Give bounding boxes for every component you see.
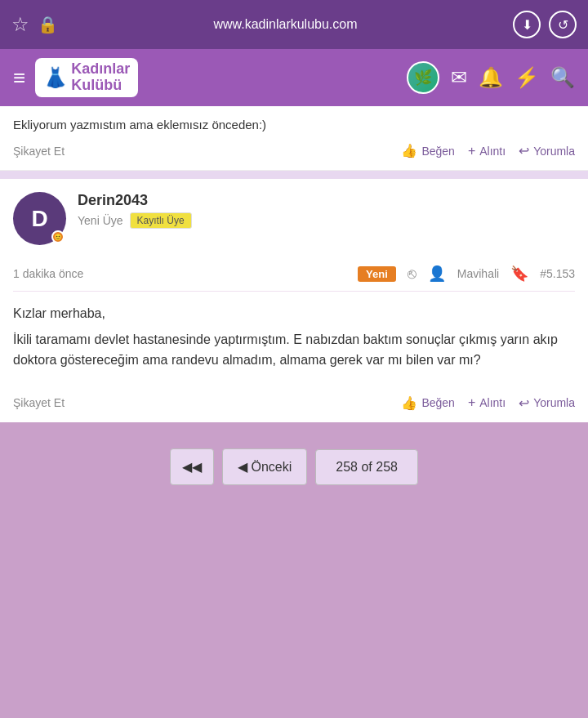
download-icon[interactable]: ⬇ bbox=[513, 11, 541, 38]
content-area: Ekliyorum yazmıstım ama eklemısız öncede… bbox=[0, 106, 588, 422]
author-avatar: D 😊 bbox=[13, 192, 66, 245]
browser-bar: ☆ 🔒 www.kadinlarkulubu.com ⬇ ↺ bbox=[0, 0, 588, 49]
header-right: 🌿 ✉ 🔔 ⚡ 🔍 bbox=[407, 61, 575, 94]
post-body-line1: Kızlar merhaba, bbox=[13, 303, 575, 324]
site-header: ≡ 👗 Kadınlar Kulübü 🌿 ✉ 🔔 ⚡ 🔍 bbox=[0, 49, 588, 106]
previous-post-text: Ekliyorum yazmıstım ama eklemısız öncede… bbox=[13, 118, 575, 132]
post-time: 1 dakika önce bbox=[13, 267, 83, 280]
hamburger-menu-icon[interactable]: ≡ bbox=[13, 65, 25, 91]
refresh-icon[interactable]: ↺ bbox=[549, 11, 577, 38]
new-badge: Yeni bbox=[358, 266, 396, 282]
main-like-label: Beğen bbox=[421, 396, 454, 409]
main-reply-icon: ↩ bbox=[519, 395, 529, 411]
user-badge: Kayıtlı Üye bbox=[130, 212, 192, 229]
channel-tag[interactable]: Mavihali bbox=[457, 267, 499, 280]
first-page-button[interactable]: ◀◀ bbox=[170, 448, 214, 485]
post-meta-bar: 1 dakika önce Yeni ⎋ 👤 Mavihali 🔖 #5.153 bbox=[13, 256, 575, 292]
post-number: #5.153 bbox=[540, 267, 575, 280]
url-text: www.kadinlarkulubu.com bbox=[213, 17, 357, 32]
quote-icon: + bbox=[468, 144, 475, 158]
logo-text-bottom: Kulübü bbox=[71, 78, 130, 94]
main-reply-button[interactable]: ↩ Yorumla bbox=[519, 395, 575, 411]
avatar[interactable]: 🌿 bbox=[407, 61, 439, 94]
lock-icon: 🔒 bbox=[38, 15, 58, 34]
previous-post: Ekliyorum yazmıstım ama eklemısız öncede… bbox=[0, 106, 588, 171]
bell-icon[interactable]: 🔔 bbox=[479, 66, 503, 89]
user-info: Derin2043 Yeni Üye Kayıtlı Üye bbox=[78, 192, 575, 229]
post-divider bbox=[0, 171, 588, 179]
logo-text-top: Kadınlar bbox=[71, 61, 130, 78]
logo-icon: 👗 bbox=[43, 66, 68, 89]
share-icon[interactable]: ⎋ bbox=[408, 265, 416, 283]
reply-icon: ↩ bbox=[519, 143, 529, 158]
quote-button[interactable]: + Alıntı bbox=[468, 144, 506, 158]
bolt-icon[interactable]: ⚡ bbox=[514, 66, 539, 89]
url-bar[interactable]: www.kadinlarkulubu.com bbox=[58, 17, 513, 32]
post-body: Kızlar merhaba, İkili taramamı devlet ha… bbox=[13, 303, 575, 387]
action-buttons: 👍 Beğen + Alıntı ↩ Yorumla bbox=[401, 143, 575, 158]
user-meta: Yeni Üye Kayıtlı Üye bbox=[78, 212, 575, 229]
page-indicator: 258 of 258 bbox=[315, 449, 418, 485]
meta-icons: Yeni ⎋ 👤 Mavihali 🔖 #5.153 bbox=[358, 265, 575, 283]
user-icon[interactable]: 👤 bbox=[428, 265, 446, 283]
author-initial: D bbox=[31, 206, 47, 232]
main-post-actions: Şikayet Et 👍 Beğen + Alıntı ↩ Yorumla bbox=[13, 387, 575, 422]
post-body-line2: İkili taramamı devlet hastanesinde yaptı… bbox=[13, 329, 575, 371]
report-link[interactable]: Şikayet Et bbox=[13, 145, 65, 158]
header-left: ≡ 👗 Kadınlar Kulübü bbox=[13, 58, 138, 97]
post-header: D 😊 Derin2043 Yeni Üye Kayıtlı Üye bbox=[13, 192, 575, 245]
like-label: Beğen bbox=[421, 145, 454, 158]
previous-post-actions: Şikayet Et 👍 Beğen + Alıntı ↩ Yorumla bbox=[13, 143, 575, 158]
browser-controls: ⬇ ↺ bbox=[513, 11, 577, 38]
prev-page-button[interactable]: ◀ Önceki bbox=[222, 448, 307, 485]
site-logo[interactable]: 👗 Kadınlar Kulübü bbox=[35, 58, 138, 97]
main-quote-button[interactable]: + Alıntı bbox=[468, 395, 506, 410]
main-reply-label: Yorumla bbox=[533, 396, 575, 409]
reply-button[interactable]: ↩ Yorumla bbox=[519, 143, 575, 158]
main-like-icon: 👍 bbox=[401, 395, 417, 411]
quote-label: Alıntı bbox=[479, 145, 506, 158]
bookmark-post-icon[interactable]: 🔖 bbox=[510, 265, 528, 283]
like-button[interactable]: 👍 Beğen bbox=[401, 143, 454, 158]
mail-icon[interactable]: ✉ bbox=[451, 66, 467, 89]
main-quote-label: Alıntı bbox=[479, 396, 506, 409]
like-icon: 👍 bbox=[401, 143, 417, 158]
online-indicator: 😊 bbox=[51, 230, 65, 243]
search-icon[interactable]: 🔍 bbox=[550, 66, 575, 89]
main-action-buttons: 👍 Beğen + Alıntı ↩ Yorumla bbox=[401, 395, 575, 411]
main-report-link[interactable]: Şikayet Et bbox=[13, 396, 65, 409]
bookmark-icon[interactable]: ☆ bbox=[11, 13, 29, 36]
main-like-button[interactable]: 👍 Beğen bbox=[401, 395, 454, 411]
pagination-area: ◀◀ ◀ Önceki 258 of 258 bbox=[0, 422, 588, 520]
reply-label: Yorumla bbox=[533, 145, 575, 158]
username[interactable]: Derin2043 bbox=[78, 192, 575, 209]
user-role: Yeni Üye bbox=[78, 214, 123, 227]
main-quote-icon: + bbox=[468, 395, 475, 410]
main-post: D 😊 Derin2043 Yeni Üye Kayıtlı Üye 1 dak… bbox=[0, 179, 588, 422]
